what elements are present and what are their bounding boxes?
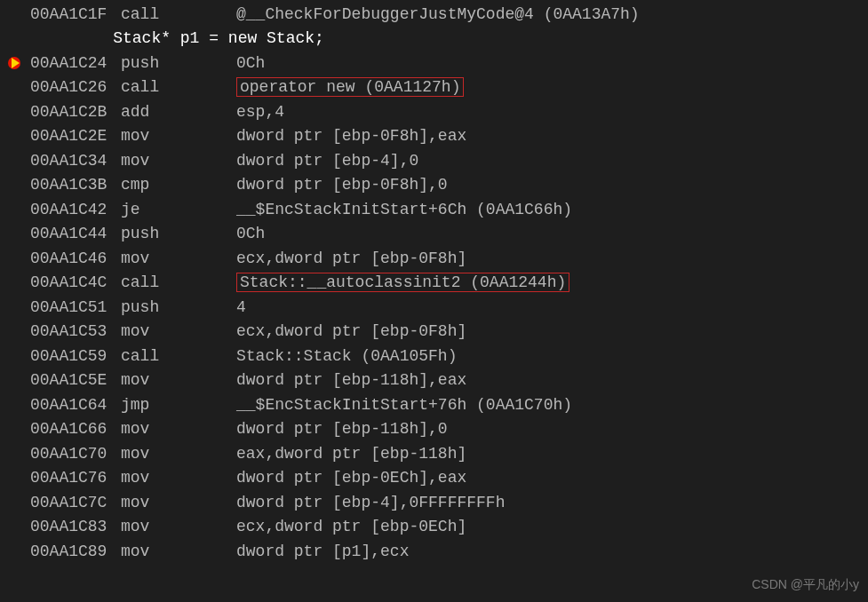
mnemonic: mov — [121, 127, 236, 145]
address: 00AA1C76 — [30, 469, 121, 487]
address: 00AA1C2B — [30, 103, 121, 121]
asm-row[interactable]: 00AA1C66movdword ptr [ebp-118h],0 — [0, 417, 868, 442]
mnemonic: mov — [121, 469, 236, 487]
asm-row[interactable]: 00AA1C42je__$EncStackInitStart+6Ch (0AA1… — [0, 197, 868, 222]
asm-row[interactable]: 00AA1C26calloperator new (0AA1127h) — [0, 75, 868, 100]
asm-row[interactable]: 00AA1C83movecx,dword ptr [ebp-0ECh] — [0, 515, 868, 540]
mnemonic: mov — [121, 371, 236, 389]
mnemonic: add — [121, 103, 236, 121]
address: 00AA1C83 — [30, 518, 121, 535]
operand: dword ptr [ebp-4],0 — [236, 152, 418, 170]
address: 00AA1C1F — [30, 5, 121, 23]
operand: dword ptr [ebp-118h],eax — [236, 371, 466, 389]
mnemonic: mov — [121, 250, 236, 267]
operand: operator new (0AA1127h) — [236, 77, 464, 97]
address: 00AA1C24 — [30, 54, 121, 72]
asm-row[interactable]: 00AA1C7Cmovdword ptr [ebp-4],0FFFFFFFFh — [0, 490, 868, 515]
asm-row[interactable]: Stack* p1 = new Stack; — [0, 27, 868, 51]
address: 00AA1C53 — [30, 322, 121, 340]
address: 00AA1C59 — [30, 347, 121, 365]
mnemonic: push — [121, 298, 236, 316]
asm-row[interactable]: 00AA1C2Baddesp,4 — [0, 99, 868, 124]
mnemonic: mov — [121, 518, 236, 535]
mnemonic: call — [121, 347, 236, 365]
address: 00AA1C2E — [30, 127, 121, 145]
address: 00AA1C42 — [30, 201, 121, 218]
mnemonic: mov — [121, 494, 236, 511]
asm-row[interactable]: 00AA1C89movdword ptr [p1],ecx — [0, 539, 868, 564]
asm-row[interactable]: 00AA1C5Emovdword ptr [ebp-118h],eax — [0, 368, 868, 393]
mnemonic: mov — [121, 322, 236, 340]
mnemonic: mov — [121, 543, 236, 560]
asm-row[interactable]: 00AA1C76movdword ptr [ebp-0ECh],eax — [0, 466, 868, 491]
asm-row[interactable]: 00AA1C53movecx,dword ptr [ebp-0F8h] — [0, 320, 868, 345]
asm-row[interactable]: 00AA1C44push0Ch — [0, 222, 868, 247]
highlight-box: operator new (0AA1127h) — [236, 77, 464, 97]
mnemonic: call — [121, 78, 236, 96]
mnemonic: cmp — [121, 176, 236, 194]
asm-row[interactable]: 00AA1C46movecx,dword ptr [ebp-0F8h] — [0, 246, 868, 271]
operand: @__CheckForDebuggerJustMyCode@4 (0AA13A7… — [236, 5, 640, 23]
asm-row[interactable]: 00AA1C59callStack::Stack (0AA105Fh) — [0, 344, 868, 368]
highlight-box: Stack::__autoclassinit2 (0AA1244h) — [236, 273, 569, 292]
operand: Stack::Stack (0AA105Fh) — [236, 347, 457, 365]
watermark: CSDN @平凡的小y — [752, 577, 859, 593]
operand: 0Ch — [236, 54, 265, 72]
operand: 4 — [236, 298, 246, 316]
operand: ecx,dword ptr [ebp-0F8h] — [236, 322, 466, 340]
operand: esp,4 — [236, 103, 284, 121]
asm-row[interactable]: 00AA1C24push0Ch — [0, 51, 868, 75]
address: 00AA1C4C — [30, 273, 121, 291]
gutter[interactable] — [0, 56, 30, 70]
address: 00AA1C7C — [30, 494, 121, 511]
operand: dword ptr [ebp-0F8h],eax — [236, 127, 466, 145]
operand: dword ptr [ebp-118h],0 — [236, 420, 448, 438]
asm-row[interactable]: 00AA1C64jmp__$EncStackInitStart+76h (0AA… — [0, 392, 868, 417]
operand: dword ptr [p1],ecx — [236, 543, 409, 560]
asm-row[interactable]: 00AA1C51push4 — [0, 295, 868, 320]
operand: __$EncStackInitStart+76h (0AA1C70h) — [236, 396, 572, 414]
mnemonic: mov — [121, 152, 236, 170]
asm-row[interactable]: 00AA1C3Bcmpdword ptr [ebp-0F8h],0 — [0, 173, 868, 198]
operand: dword ptr [ebp-0F8h],0 — [236, 176, 448, 194]
address: 00AA1C5E — [30, 371, 121, 389]
operand: dword ptr [ebp-4],0FFFFFFFFh — [236, 494, 505, 511]
address: 00AA1C46 — [30, 250, 121, 267]
asm-row[interactable]: 00AA1C4CcallStack::__autoclassinit2 (0AA… — [0, 271, 868, 296]
address: 00AA1C44 — [30, 225, 121, 242]
address: 00AA1C66 — [30, 420, 121, 438]
mnemonic: mov — [121, 420, 236, 438]
address: 00AA1C34 — [30, 152, 121, 170]
operand: __$EncStackInitStart+6Ch (0AA1C66h) — [236, 201, 572, 218]
operand: dword ptr [ebp-0ECh],eax — [236, 469, 466, 487]
mnemonic: call — [121, 5, 236, 23]
address: 00AA1C89 — [30, 543, 121, 560]
asm-row[interactable]: 00AA1C1Fcall@__CheckForDebuggerJustMyCod… — [0, 2, 868, 27]
operand: 0Ch — [236, 225, 265, 242]
disassembly-view: 00AA1C1Fcall@__CheckForDebuggerJustMyCod… — [0, 2, 868, 564]
source-line: Stack* p1 = new Stack; — [30, 29, 324, 47]
mnemonic: push — [121, 225, 236, 242]
mnemonic: call — [121, 273, 236, 291]
mnemonic: je — [121, 201, 236, 218]
asm-row[interactable]: 00AA1C70moveax,dword ptr [ebp-118h] — [0, 441, 868, 466]
asm-row[interactable]: 00AA1C34movdword ptr [ebp-4],0 — [0, 148, 868, 173]
mnemonic: push — [121, 54, 236, 72]
address: 00AA1C26 — [30, 78, 121, 96]
operand: ecx,dword ptr [ebp-0F8h] — [236, 250, 466, 267]
mnemonic: jmp — [121, 396, 236, 414]
address: 00AA1C70 — [30, 445, 121, 463]
operand: ecx,dword ptr [ebp-0ECh] — [236, 518, 466, 535]
address: 00AA1C3B — [30, 176, 121, 194]
breakpoint-current-arrow-icon[interactable] — [8, 56, 22, 70]
operand: eax,dword ptr [ebp-118h] — [236, 445, 466, 463]
operand: Stack::__autoclassinit2 (0AA1244h) — [236, 273, 569, 292]
address: 00AA1C64 — [30, 396, 121, 414]
address: 00AA1C51 — [30, 298, 121, 316]
mnemonic: mov — [121, 445, 236, 463]
asm-row[interactable]: 00AA1C2Emovdword ptr [ebp-0F8h],eax — [0, 124, 868, 149]
